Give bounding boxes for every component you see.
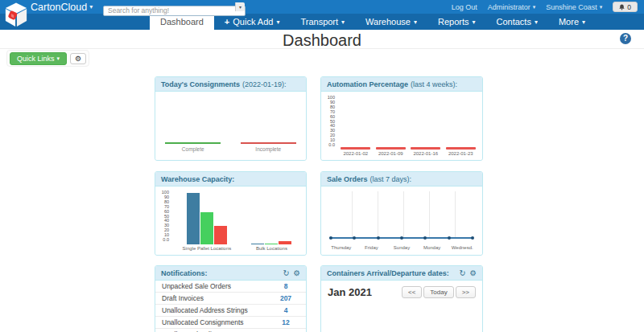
- bar: [251, 244, 264, 244]
- notifications-list: Unpacked Sale Orders8Draft Invoices207Un…: [155, 281, 306, 332]
- administrator-menu[interactable]: Administrator ▾: [488, 3, 536, 11]
- help-icon[interactable]: ?: [620, 33, 631, 44]
- panel-header: Today's Consignments (2022-01-19):: [155, 77, 306, 92]
- region-menu[interactable]: Sunshine Coast ▾: [546, 3, 602, 11]
- panel-containers-dates: Containers Arrival/Departure dates: ↻ ⚙ …: [320, 265, 483, 332]
- brand-menu[interactable]: CartonCloud ▾: [31, 0, 93, 14]
- panel-header: Warehouse Capacity:: [155, 172, 306, 186]
- notification-count: 4: [272, 306, 299, 314]
- notification-label: Unallocated Address Strings: [162, 306, 248, 314]
- panel-warehouse-capacity: Warehouse Capacity: 10090807060504030201…: [155, 171, 307, 256]
- refresh-icon[interactable]: ↻: [283, 268, 290, 277]
- x-axis-label: Wednesd.: [452, 245, 473, 250]
- calendar-next-button[interactable]: >>: [456, 286, 476, 298]
- legend-item: Complete: [155, 142, 231, 152]
- bar-group: Bulk Locations: [251, 193, 291, 251]
- data-point: [423, 236, 427, 240]
- panel-header: Notifications: ↻ ⚙: [155, 266, 306, 281]
- tab-warehouse[interactable]: Warehouse ▾: [355, 14, 427, 30]
- notification-label: Unpacked Sale Orders: [162, 282, 231, 290]
- gridline: [352, 191, 353, 237]
- bars: [251, 193, 291, 244]
- x-axis-label: Bulk Locations: [256, 246, 287, 251]
- panel-subtitle: (2022-01-19):: [242, 80, 287, 88]
- gear-icon[interactable]: ⚙: [293, 268, 300, 277]
- tab-quick-add[interactable]: + Quick Add ▾: [214, 14, 291, 30]
- consignments-legend: CompleteIncomplete: [155, 142, 306, 152]
- tab-more[interactable]: More ▾: [548, 14, 596, 30]
- notification-label: Unallocated Consignments: [162, 318, 244, 326]
- quick-links-button[interactable]: Quick Links ▾: [10, 52, 67, 65]
- bars: [187, 193, 227, 244]
- automation-bar-column: 2022-01-23: [444, 147, 479, 156]
- notification-row[interactable]: Draft Invoices207: [155, 293, 306, 305]
- page-title: Dashboard: [0, 31, 644, 50]
- warehouse-capacity-chart: 1009080706050403020100.0 Single Pallet L…: [155, 186, 306, 255]
- chevron-down-icon: ▾: [414, 18, 417, 26]
- tab-label: Warehouse: [365, 17, 411, 27]
- top-links: Log Out Administrator ▾ Sunshine Coast ▾…: [452, 0, 638, 14]
- notification-row[interactable]: Unallocated Consignments12: [155, 317, 306, 329]
- bell-count: 0: [627, 3, 631, 11]
- region-label: Sunshine Coast: [546, 3, 597, 11]
- data-point: [471, 236, 474, 240]
- search-dropdown-button[interactable]: ▾: [235, 2, 245, 11]
- global-search: ▾: [103, 2, 246, 12]
- x-axis-label: 2022-01-23: [448, 151, 473, 156]
- zero-value-bar: [376, 147, 406, 150]
- chevron-down-icon: ▾: [57, 55, 60, 62]
- chevron-down-icon: ▾: [89, 3, 93, 10]
- calendar-prev-button[interactable]: <<: [402, 286, 422, 298]
- tab-label: Contacts: [497, 17, 531, 27]
- cartoncloud-logo[interactable]: [4, 2, 28, 28]
- notification-count: 12: [272, 318, 299, 326]
- notification-count: 207: [272, 294, 299, 302]
- panel-todays-consignments: Today's Consignments (2022-01-19): Compl…: [155, 76, 307, 161]
- automation-chart: 1009080706050403020100.0 2022-01-022022-…: [321, 92, 482, 160]
- panel-header: Sale Orders (last 7 days):: [321, 172, 482, 186]
- x-axis-label: 2022-01-09: [378, 151, 403, 156]
- x-axis-label: 2022-01-02: [343, 151, 368, 156]
- search-input[interactable]: [103, 6, 246, 16]
- automation-bar-column: 2022-01-02: [338, 147, 374, 156]
- panel-title: Containers Arrival/Departure dates:: [327, 269, 449, 277]
- tab-contacts[interactable]: Contacts ▾: [486, 14, 548, 30]
- quick-links-gear-button[interactable]: ⚙: [70, 53, 86, 64]
- logout-link[interactable]: Log Out: [452, 3, 477, 11]
- main-nav: Dashboard + Quick Add ▾ Transport ▾ Ware…: [0, 14, 644, 30]
- panel-notifications: Notifications: ↻ ⚙ Unpacked Sale Orders8…: [155, 265, 307, 332]
- tab-reports[interactable]: Reports ▾: [427, 14, 486, 30]
- notification-row[interactable]: Unpacked Sale Orders8: [155, 281, 306, 293]
- notification-count: 8: [272, 282, 299, 290]
- x-axis-label: Sunday: [394, 245, 410, 250]
- panel-sale-orders: Sale Orders (last 7 days): ThursdayFrida…: [320, 171, 483, 256]
- bell-icon: [619, 4, 625, 10]
- quick-links-label: Quick Links: [17, 55, 55, 63]
- panel-title: Sale Orders: [327, 175, 368, 183]
- panel-title: Notifications:: [161, 269, 208, 277]
- notification-row[interactable]: Unallocated Delivery Runs2: [155, 329, 306, 332]
- gridline: [455, 191, 456, 237]
- automation-bar-column: 2022-01-16: [408, 147, 444, 156]
- calendar-month-label: Jan 2021: [328, 286, 372, 298]
- tab-transport[interactable]: Transport ▾: [290, 14, 355, 30]
- chevron-down-icon: ▾: [600, 4, 603, 10]
- refresh-icon[interactable]: ↻: [460, 268, 466, 277]
- tab-dashboard[interactable]: Dashboard: [150, 14, 214, 30]
- notifications-bell-button[interactable]: 0: [613, 2, 638, 12]
- automation-bar-column: 2022-01-09: [374, 147, 409, 156]
- sale-orders-chart: ThursdayFridaySundayMondayWednesd.: [321, 186, 482, 255]
- data-point: [353, 236, 356, 240]
- containers-calendar: Jan 2021 << Today >>: [321, 281, 482, 332]
- plus-icon: +: [225, 17, 229, 27]
- x-axis-label: Single Pallet Locations: [183, 246, 232, 251]
- calendar-today-button[interactable]: Today: [423, 286, 453, 298]
- bar: [187, 193, 200, 244]
- tab-label: Transport: [300, 17, 338, 27]
- panel-title: Today's Consignments: [161, 80, 240, 88]
- legend-line: [241, 142, 296, 144]
- notification-row[interactable]: Unallocated Address Strings4: [155, 305, 306, 317]
- administrator-label: Administrator: [488, 3, 530, 11]
- gridline: [378, 191, 378, 237]
- gear-icon[interactable]: ⚙: [469, 268, 477, 277]
